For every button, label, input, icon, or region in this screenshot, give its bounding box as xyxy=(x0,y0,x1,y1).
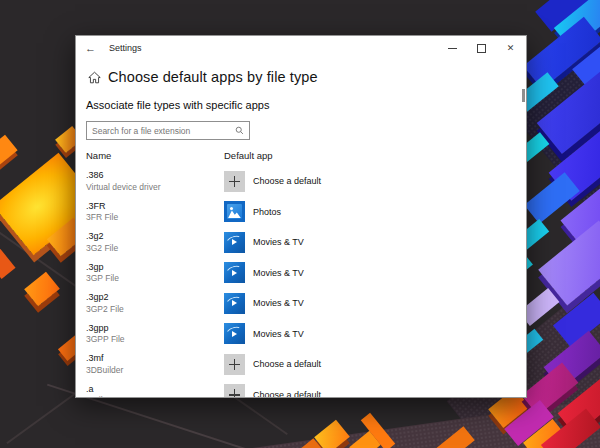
choose-default-plus-icon[interactable] xyxy=(224,171,245,192)
file-type-label: 3DBuilder xyxy=(86,366,224,375)
file-extension: .386 xyxy=(86,170,224,181)
default-app-label: Choose a default xyxy=(253,359,321,369)
file-extension: .a xyxy=(86,384,224,395)
table-row: .3mf 3DBuilder Choose a default xyxy=(86,349,526,380)
file-extension-cell: .3gp2 3GP2 File xyxy=(86,292,224,314)
file-extension-cell: .3mf 3DBuilder xyxy=(86,353,224,375)
home-icon[interactable] xyxy=(88,71,101,84)
default-app-label: Choose a default xyxy=(253,390,321,398)
default-app-button[interactable]: Photos xyxy=(224,201,281,222)
file-type-label: 3G2 File xyxy=(86,244,224,253)
default-app-button[interactable]: Movies & TV xyxy=(224,293,304,314)
scrollbar-thumb[interactable] xyxy=(522,89,525,102)
page-subtitle: Associate file types with specific apps xyxy=(86,99,526,111)
table-row: .3gpp 3GPP File Movies & TV xyxy=(86,319,526,350)
table-row: .3gp 3GP File Movies & TV xyxy=(86,258,526,289)
file-extension-cell: .a A File xyxy=(86,384,224,398)
file-extension-cell: .3FR 3FR File xyxy=(86,201,224,223)
file-type-label: 3GP File xyxy=(86,274,224,283)
back-icon[interactable]: ← xyxy=(85,43,96,54)
column-header-name: Name xyxy=(86,150,224,161)
titlebar[interactable]: ← Settings ✕ xyxy=(76,36,526,60)
file-type-list: .386 Virtual device driver Choose a defa… xyxy=(86,166,526,398)
default-app-label: Movies & TV xyxy=(253,237,304,247)
maximize-icon xyxy=(477,44,486,53)
file-extension-cell: .386 Virtual device driver xyxy=(86,170,224,192)
default-app-button[interactable]: Choose a default xyxy=(224,171,321,192)
maximize-button[interactable] xyxy=(467,36,496,60)
table-row: .a A File Choose a default xyxy=(86,380,526,399)
file-extension-cell: .3gp 3GP File xyxy=(86,262,224,284)
default-app-label: Movies & TV xyxy=(253,329,304,339)
column-headers: Name Default app xyxy=(86,150,526,161)
search-box[interactable] xyxy=(86,121,250,140)
default-app-label: Movies & TV xyxy=(253,298,304,308)
default-app-button[interactable]: Choose a default xyxy=(224,354,321,375)
default-app-button[interactable]: Movies & TV xyxy=(224,262,304,283)
page-title: Choose default apps by file type xyxy=(108,69,318,85)
file-type-label: 3FR File xyxy=(86,213,224,222)
search-icon[interactable] xyxy=(235,126,244,135)
file-type-label: Virtual device driver xyxy=(86,183,224,192)
file-extension: .3FR xyxy=(86,201,224,212)
settings-window: ← Settings ✕ Choose default apps by file… xyxy=(75,35,527,398)
minimize-button[interactable] xyxy=(438,36,467,60)
default-app-label: Movies & TV xyxy=(253,268,304,278)
file-type-label: 3GPP File xyxy=(86,335,224,344)
table-row: .3gp2 3GP2 File Movies & TV xyxy=(86,288,526,319)
choose-default-plus-icon[interactable] xyxy=(224,354,245,375)
file-extension: .3gp xyxy=(86,262,224,273)
default-app-button[interactable]: Movies & TV xyxy=(224,232,304,253)
file-extension-cell: .3gpp 3GPP File xyxy=(86,323,224,345)
movies-tv-app-icon[interactable] xyxy=(224,323,245,344)
choose-default-plus-icon[interactable] xyxy=(224,384,245,398)
close-button[interactable]: ✕ xyxy=(496,36,525,60)
wallpaper-block xyxy=(0,135,18,166)
search-input[interactable] xyxy=(87,126,235,136)
default-app-button[interactable]: Choose a default xyxy=(224,384,321,398)
file-extension: .3gp2 xyxy=(86,292,224,303)
file-extension: .3gpp xyxy=(86,323,224,334)
default-app-label: Choose a default xyxy=(253,176,321,186)
file-extension: .3g2 xyxy=(86,231,224,242)
file-type-label: 3GP2 File xyxy=(86,305,224,314)
close-icon: ✕ xyxy=(507,44,515,53)
file-extension: .3mf xyxy=(86,353,224,364)
table-row: .386 Virtual device driver Choose a defa… xyxy=(86,166,526,197)
file-extension-cell: .3g2 3G2 File xyxy=(86,231,224,253)
file-type-label: A File xyxy=(86,396,224,398)
wallpaper-block xyxy=(24,272,60,307)
table-row: .3g2 3G2 File Movies & TV xyxy=(86,227,526,258)
wallpaper-block xyxy=(0,249,16,279)
movies-tv-app-icon[interactable] xyxy=(224,232,245,253)
photos-app-icon[interactable] xyxy=(224,201,245,222)
default-app-button[interactable]: Movies & TV xyxy=(224,323,304,344)
movies-tv-app-icon[interactable] xyxy=(224,262,245,283)
movies-tv-app-icon[interactable] xyxy=(224,293,245,314)
table-row: .3FR 3FR File Photos xyxy=(86,197,526,228)
window-controls: ✕ xyxy=(438,36,525,60)
default-app-label: Photos xyxy=(253,207,281,217)
window-title: Settings xyxy=(109,43,142,53)
minimize-icon xyxy=(448,48,457,49)
column-header-default-app: Default app xyxy=(224,150,273,161)
